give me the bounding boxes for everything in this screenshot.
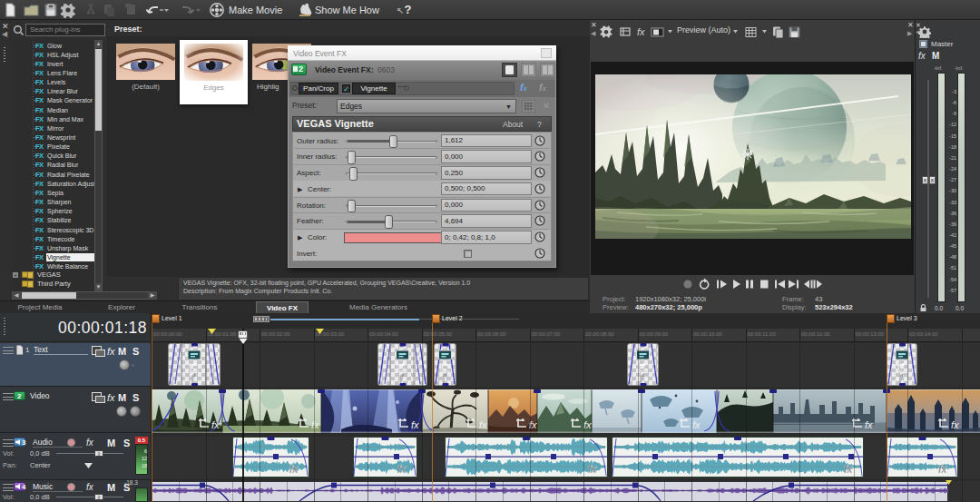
svg-text:fx: fx — [865, 419, 873, 430]
svg-text:fx: fx — [938, 463, 947, 476]
svg-text:f: f — [899, 372, 904, 385]
svg-text:fx: fx — [588, 463, 597, 476]
svg-text:fx: fx — [951, 419, 959, 430]
svg-text:fx: fx — [844, 463, 853, 476]
svg-text:fx: fx — [479, 419, 487, 430]
svg-text:fx: fx — [211, 419, 220, 430]
svg-text:fx: fx — [397, 463, 407, 476]
svg-text:f: f — [641, 372, 645, 385]
svg-text:fx: fx — [411, 419, 419, 430]
svg-text:fx: fx — [692, 419, 701, 430]
svg-text:fx: fx — [583, 419, 592, 430]
svg-text:f: f — [400, 372, 405, 385]
svg-text:fx: fx — [289, 463, 299, 476]
svg-text:f: f — [443, 372, 447, 385]
svg-text:f: f — [191, 372, 196, 385]
svg-text:fx: fx — [311, 419, 319, 430]
svg-text:fx: fx — [637, 26, 645, 37]
